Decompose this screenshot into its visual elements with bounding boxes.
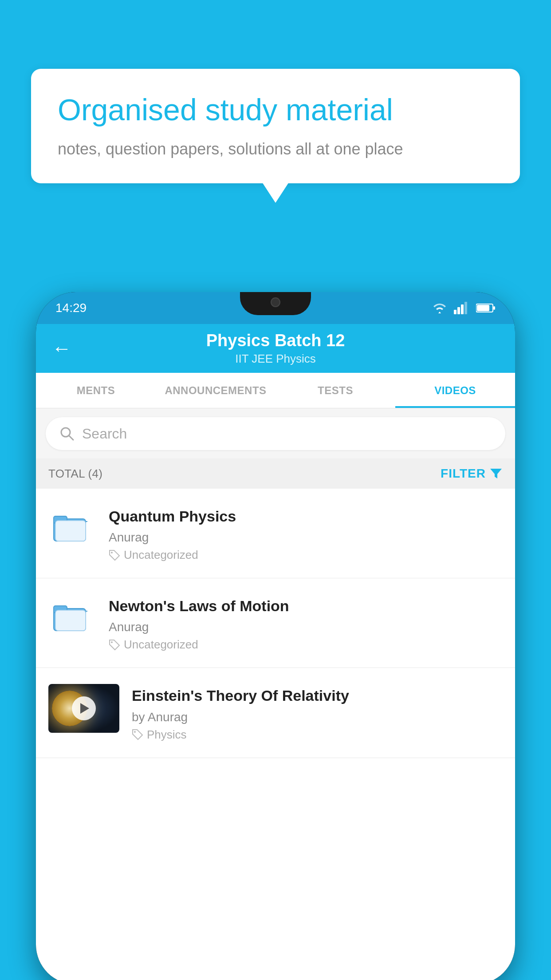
- search-input[interactable]: Search: [82, 426, 127, 442]
- video-info: Einstein's Theory Of Relativity by Anura…: [132, 684, 503, 741]
- tag-icon: [109, 639, 120, 651]
- content-area: Quantum Physics Anurag Uncategorized: [36, 489, 515, 980]
- battery-icon: [476, 303, 496, 313]
- list-item[interactable]: Newton's Laws of Motion Anurag Uncategor…: [36, 578, 515, 668]
- header-title: Physics Batch 12: [206, 331, 345, 350]
- total-count: TOTAL (4): [48, 467, 102, 481]
- video-author: by Anurag: [132, 710, 503, 724]
- folder-icon-container: [48, 594, 93, 639]
- phone-screen: 14:29: [36, 292, 515, 980]
- svg-point-18: [134, 731, 136, 733]
- speech-bubble-area: Organised study material notes, question…: [31, 69, 520, 183]
- tag-icon: [132, 729, 143, 740]
- video-tag: Uncategorized: [109, 548, 503, 562]
- phone-device: 14:29: [36, 292, 515, 980]
- list-item[interactable]: Einstein's Theory Of Relativity by Anura…: [36, 668, 515, 758]
- svg-rect-0: [454, 310, 457, 314]
- video-author: Anurag: [109, 530, 503, 545]
- bubble-title: Organised study material: [58, 92, 493, 128]
- speech-bubble: Organised study material notes, question…: [31, 69, 520, 183]
- filter-funnel-icon: [489, 467, 503, 480]
- filter-bar: TOTAL (4) FILTER: [36, 458, 515, 489]
- svg-point-13: [111, 552, 113, 553]
- search-area: Search: [36, 408, 515, 459]
- video-info: Newton's Laws of Motion Anurag Uncategor…: [109, 594, 503, 652]
- header-subtitle: IIT JEE Physics: [235, 352, 316, 366]
- folder-icon: [53, 599, 88, 634]
- app-header: ← Physics Batch 12 IIT JEE Physics: [36, 324, 515, 373]
- video-title: Quantum Physics: [109, 506, 503, 526]
- svg-rect-6: [493, 306, 495, 310]
- search-icon: [59, 426, 75, 442]
- play-triangle-icon: [80, 703, 89, 714]
- tag-icon: [109, 549, 120, 561]
- tab-videos[interactable]: VIDEOS: [395, 373, 515, 408]
- filter-button[interactable]: FILTER: [441, 466, 503, 481]
- wifi-icon: [432, 302, 448, 314]
- tab-bar: MENTS ANNOUNCEMENTS TESTS VIDEOS: [36, 373, 515, 408]
- video-tag: Physics: [132, 728, 503, 742]
- svg-line-8: [69, 435, 73, 440]
- back-button[interactable]: ←: [52, 337, 71, 360]
- tab-ments[interactable]: MENTS: [36, 373, 156, 408]
- signal-icon: [454, 302, 470, 314]
- video-tag: Uncategorized: [109, 638, 503, 652]
- video-author: Anurag: [109, 620, 503, 634]
- status-icons: [432, 302, 496, 314]
- video-title: Einstein's Theory Of Relativity: [132, 686, 503, 705]
- video-thumbnail: [48, 684, 119, 733]
- status-time: 14:29: [55, 301, 87, 315]
- svg-rect-16: [55, 610, 86, 631]
- video-title: Newton's Laws of Motion: [109, 596, 503, 616]
- play-button[interactable]: [72, 696, 96, 720]
- list-item[interactable]: Quantum Physics Anurag Uncategorized: [36, 489, 515, 578]
- svg-rect-3: [464, 302, 467, 314]
- svg-rect-2: [461, 304, 464, 314]
- video-info: Quantum Physics Anurag Uncategorized: [109, 505, 503, 562]
- svg-point-17: [111, 641, 113, 643]
- status-bar: 14:29: [36, 292, 515, 324]
- tab-announcements[interactable]: ANNOUNCEMENTS: [156, 373, 276, 408]
- search-bar[interactable]: Search: [46, 417, 505, 450]
- svg-rect-5: [477, 305, 489, 311]
- folder-icon: [53, 509, 88, 545]
- bubble-subtitle: notes, question papers, solutions all at…: [58, 138, 493, 160]
- notch: [240, 292, 311, 315]
- camera: [271, 297, 280, 307]
- svg-rect-12: [55, 521, 86, 541]
- folder-icon-container: [48, 505, 93, 549]
- svg-rect-1: [457, 307, 460, 314]
- svg-marker-9: [490, 469, 502, 478]
- tab-tests[interactable]: TESTS: [276, 373, 395, 408]
